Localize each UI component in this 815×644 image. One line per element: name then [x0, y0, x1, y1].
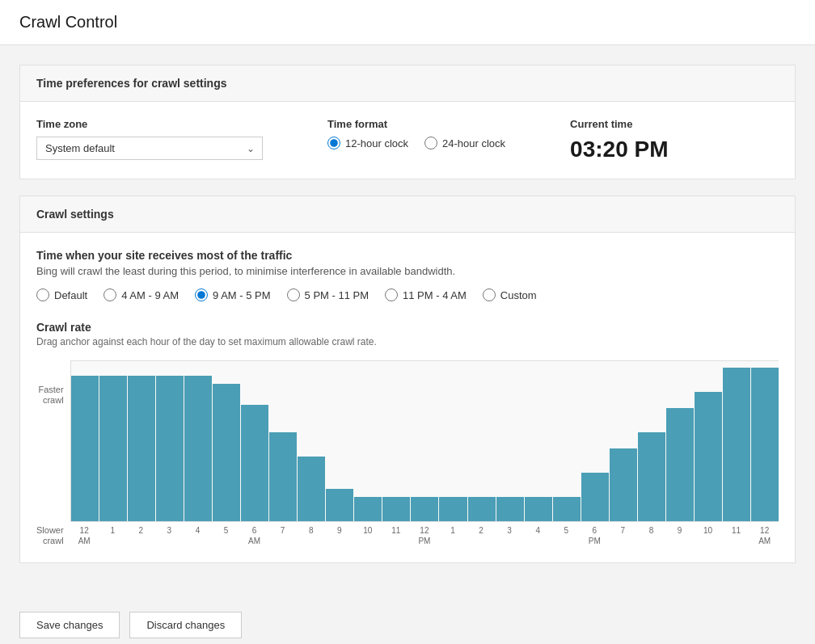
radio-9am5pm-input[interactable]: [195, 288, 208, 301]
bar-col[interactable]: [99, 360, 127, 521]
bar-col[interactable]: [666, 360, 694, 521]
bar-col[interactable]: [581, 360, 609, 521]
time-format-radio-group: 12-hour clock 24-hour clock: [327, 137, 505, 149]
bar-col[interactable]: [269, 360, 297, 521]
bar-col[interactable]: [496, 360, 524, 521]
x-label: 1: [99, 525, 127, 546]
bar-col[interactable]: [382, 360, 410, 521]
bar-fill[interactable]: [638, 432, 665, 521]
radio-default[interactable]: Default: [36, 288, 87, 301]
footer-buttons: Save changes Discard changes: [0, 599, 815, 644]
bar-col[interactable]: [439, 360, 467, 521]
radio-9am-5pm[interactable]: 9 AM - 5 PM: [195, 288, 271, 301]
bar-fill[interactable]: [496, 497, 524, 521]
bar-fill[interactable]: [326, 489, 353, 521]
radio-11pm4am-input[interactable]: [385, 288, 398, 301]
x-label: 5: [212, 525, 240, 546]
bar-col[interactable]: [298, 360, 325, 521]
bar-col[interactable]: [71, 360, 99, 521]
crawl-rate-section: Crawl rate Drag anchor against each hour…: [36, 321, 779, 546]
y-label-faster: Fastercrawl: [38, 385, 63, 406]
x-label: 11: [722, 525, 750, 546]
bar-fill[interactable]: [269, 432, 297, 521]
radio-24hour[interactable]: 24-hour clock: [424, 137, 505, 149]
radio-12hour[interactable]: 12-hour clock: [327, 137, 408, 149]
bar-col[interactable]: [723, 360, 750, 521]
bar-fill[interactable]: [99, 376, 127, 521]
bar-col[interactable]: [411, 360, 438, 521]
crawl-rate-subtitle: Drag anchor against each hour of the day…: [36, 336, 779, 347]
bar-fill[interactable]: [666, 408, 694, 521]
bar-fill[interactable]: [241, 405, 268, 521]
x-label: 9: [665, 525, 694, 546]
bar-fill[interactable]: [439, 497, 467, 521]
bar-fill[interactable]: [354, 497, 382, 521]
crawl-settings-section: Crawl settings Time when your site recei…: [19, 196, 796, 563]
x-label: 7: [609, 525, 637, 546]
bar-fill[interactable]: [581, 473, 609, 521]
bar-fill[interactable]: [298, 457, 325, 521]
chart-y-labels: Fastercrawl Slowercrawl: [36, 385, 64, 546]
save-button[interactable]: Save changes: [19, 612, 120, 638]
bar-col[interactable]: [468, 360, 496, 521]
x-label: 6AM: [240, 525, 268, 546]
bar-fill[interactable]: [156, 376, 184, 521]
radio-default-input[interactable]: [36, 288, 49, 301]
bar-col[interactable]: [751, 360, 779, 521]
bar-fill[interactable]: [382, 497, 410, 521]
radio-12hour-input[interactable]: [327, 137, 340, 149]
time-options-row: Default 4 AM - 9 AM 9 AM - 5 PM 5 PM - 1…: [36, 288, 779, 301]
bar-col[interactable]: [354, 360, 382, 521]
bar-col[interactable]: [241, 360, 268, 521]
bar-fill[interactable]: [610, 448, 637, 521]
radio-12hour-label: 12-hour clock: [345, 137, 408, 149]
traffic-desc: Bing will crawl the least during this pe…: [36, 265, 779, 277]
time-prefs-body: Time zone System default UTC US/Eastern …: [20, 102, 795, 179]
timezone-group: Time zone System default UTC US/Eastern …: [36, 118, 263, 160]
bar-col[interactable]: [610, 360, 637, 521]
bar-col[interactable]: [695, 360, 722, 521]
bar-fill[interactable]: [695, 392, 722, 521]
bar-col[interactable]: [638, 360, 665, 521]
crawl-settings-header: Crawl settings: [20, 196, 795, 233]
time-prefs-row: Time zone System default UTC US/Eastern …: [36, 118, 779, 162]
bar-col[interactable]: [213, 360, 240, 521]
bar-col[interactable]: [156, 360, 184, 521]
radio-custom-input[interactable]: [483, 288, 496, 301]
bar-col[interactable]: [128, 360, 155, 521]
bar-fill[interactable]: [468, 497, 496, 521]
bar-col[interactable]: [326, 360, 353, 521]
radio-24hour-input[interactable]: [424, 137, 437, 149]
discard-button[interactable]: Discard changes: [129, 612, 242, 638]
chart-wrapper: Fastercrawl Slowercrawl 12AM123456AM7891…: [36, 360, 779, 546]
bar-fill[interactable]: [553, 497, 581, 521]
bar-fill[interactable]: [723, 368, 750, 521]
timezone-select[interactable]: System default UTC US/Eastern US/Pacific…: [36, 137, 263, 160]
time-format-group: Time format 12-hour clock 24-hour clock: [327, 118, 505, 149]
bar-fill[interactable]: [184, 376, 212, 521]
radio-5pm-11pm[interactable]: 5 PM - 11 PM: [287, 288, 369, 301]
x-label: 4: [524, 525, 552, 546]
x-label: 8: [297, 525, 325, 546]
time-format-label: Time format: [327, 118, 505, 130]
radio-custom[interactable]: Custom: [483, 288, 537, 301]
radio-5pm11pm-input[interactable]: [287, 288, 300, 301]
radio-4am-9am[interactable]: 4 AM - 9 AM: [103, 288, 179, 301]
page-header: Crawl Control: [0, 0, 815, 45]
bar-fill[interactable]: [411, 497, 438, 521]
x-label: 12AM: [70, 525, 99, 546]
bar-fill[interactable]: [71, 376, 99, 521]
radio-11pm-4am[interactable]: 11 PM - 4 AM: [385, 288, 467, 301]
crawl-settings-body: Time when your site receives most of the…: [20, 233, 795, 562]
bar-fill[interactable]: [525, 497, 552, 521]
bars-container[interactable]: [70, 360, 779, 522]
bar-col[interactable]: [184, 360, 212, 521]
bar-col[interactable]: [553, 360, 581, 521]
bar-col[interactable]: [525, 360, 552, 521]
radio-24hour-label: 24-hour clock: [442, 137, 505, 149]
radio-4am9am-input[interactable]: [103, 288, 116, 301]
bar-fill[interactable]: [213, 384, 240, 521]
x-label: 1: [438, 525, 467, 546]
bar-fill[interactable]: [751, 368, 779, 521]
bar-fill[interactable]: [128, 376, 155, 521]
